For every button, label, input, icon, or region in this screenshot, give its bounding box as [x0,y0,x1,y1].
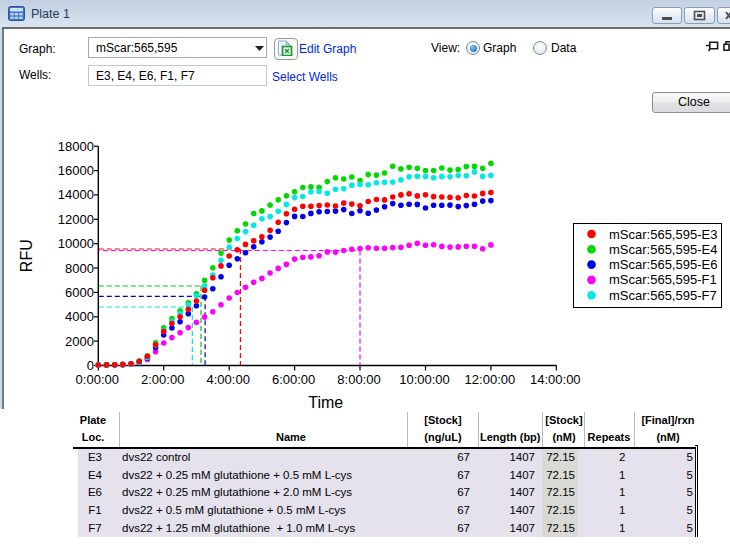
svg-text:2:00:00: 2:00:00 [141,372,184,387]
svg-text:18000: 18000 [58,139,94,154]
svg-text:4000: 4000 [65,309,94,324]
svg-text:Time: Time [308,394,343,411]
svg-text:8:00:00: 8:00:00 [337,372,380,387]
svg-text:8000: 8000 [65,261,94,276]
svg-text:mScar:565,595-E3: mScar:565,595-E3 [609,227,717,242]
svg-text:mScar:565,595-F1: mScar:565,595-F1 [609,272,717,287]
svg-text:10000: 10000 [58,236,94,251]
svg-text:4:00:00: 4:00:00 [207,372,250,387]
svg-text:mScar:565,595-E6: mScar:565,595-E6 [609,257,717,272]
svg-text:mScar:565,595-F7: mScar:565,595-F7 [609,288,717,303]
svg-text:12:00:00: 12:00:00 [465,372,516,387]
svg-text:RFU: RFU [18,239,35,272]
svg-text:16000: 16000 [58,163,94,178]
svg-text:6:00:00: 6:00:00 [272,372,315,387]
svg-text:2000: 2000 [65,334,94,349]
svg-text:14000: 14000 [58,187,94,202]
svg-text:0:00:00: 0:00:00 [76,372,119,387]
svg-text:10:00:00: 10:00:00 [399,372,450,387]
svg-text:12000: 12000 [58,212,94,227]
svg-text:6000: 6000 [65,285,94,300]
svg-text:14:00:00: 14:00:00 [530,372,581,387]
svg-text:mScar:565,595-E4: mScar:565,595-E4 [609,242,717,257]
